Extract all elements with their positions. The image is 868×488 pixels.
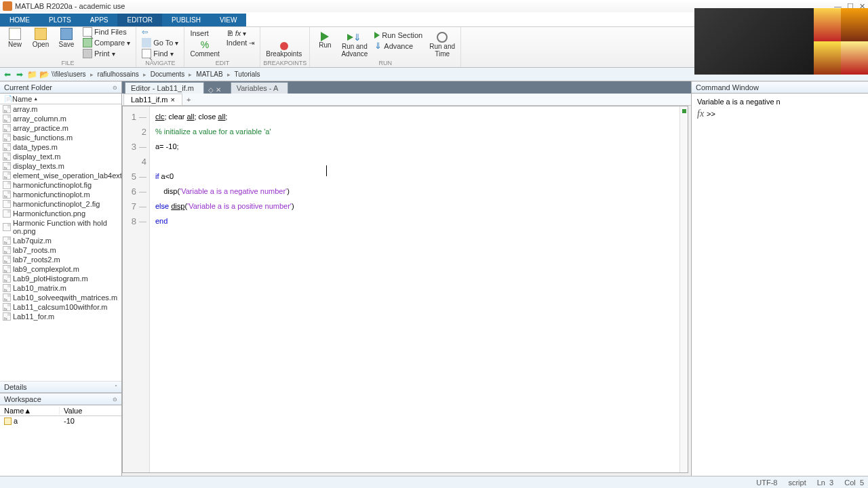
tab-plots[interactable]: PLOTS — [39, 14, 81, 26]
tab-publish[interactable]: PUBLISH — [162, 14, 210, 26]
details-header[interactable]: Details˄ — [0, 381, 121, 393]
run-button[interactable]: Run — [313, 30, 337, 50]
editor-tab[interactable]: Editor - Lab11_if.m — [125, 82, 204, 94]
code-body[interactable]: clc; clear all; close all; % initialize … — [150, 106, 679, 472]
workspace-var-row[interactable]: a -10 — [0, 416, 121, 426]
crumb-root[interactable]: \\files\users — [52, 70, 86, 78]
nav-up-icon[interactable]: 📁 — [27, 70, 37, 79]
file-item[interactable]: lab7_roots2.m — [0, 255, 121, 264]
crumb-4[interactable]: Tutorials — [235, 70, 260, 78]
matlab-logo-icon — [3, 1, 12, 11]
busy-indicator — [4, 480, 9, 485]
current-folder-header[interactable]: Current Folder⊙ — [0, 81, 121, 94]
line-indicator: Ln 3 — [817, 479, 834, 487]
new-tab-button[interactable]: + — [182, 94, 195, 105]
workspace-header[interactable]: Workspace⊙ — [0, 393, 121, 405]
file-name: element_wise_operation_lab4extra.m — [13, 171, 121, 180]
crumb-2[interactable]: Documents — [151, 70, 185, 78]
goto-button[interactable]: Go To ▾ — [139, 37, 181, 48]
chevron-up-icon[interactable]: ˄ — [115, 384, 117, 390]
file-item[interactable]: harmonicfunctinoplot.fig — [0, 180, 121, 190]
file-item[interactable]: lab9_complexplot.m — [0, 264, 121, 274]
name-column-header[interactable]: 📄 Name▲ — [0, 94, 121, 104]
code-minimap[interactable] — [679, 106, 688, 472]
workspace-list[interactable]: a -10 — [0, 416, 121, 476]
file-item[interactable]: Lab10_solveeqwith_matrices.m — [0, 293, 121, 302]
file-list[interactable]: array.marray_column.marray_practice.mbas… — [0, 104, 121, 381]
file-item[interactable]: Lab7quiz.m — [0, 236, 121, 245]
tab-home[interactable]: HOME — [0, 14, 39, 26]
file-item[interactable]: lab7_roots.m — [0, 245, 121, 255]
command-window-header[interactable]: Command Window — [692, 81, 868, 94]
file-item[interactable]: Lab9_plotHistogram.m — [0, 274, 121, 283]
run-advance-button[interactable]: ⇓Run and Advance — [338, 30, 370, 59]
comment-button[interactable]: %Comment — [187, 38, 222, 59]
new-button[interactable]: New — [3, 26, 27, 49]
save-button[interactable]: Save — [54, 26, 79, 49]
file-item[interactable]: Lab11_calcsum100withfor.m — [0, 302, 121, 312]
file-item[interactable]: display_text.m — [0, 152, 121, 161]
file-item[interactable]: basic_functions.m — [0, 133, 121, 142]
tab-view[interactable]: VIEW — [210, 14, 247, 26]
file-icon — [3, 303, 11, 311]
indent-button[interactable]: Indent ⇥ — [224, 38, 258, 47]
file-item[interactable]: array_column.m — [0, 114, 121, 123]
file-item[interactable]: array_practice.m — [0, 123, 121, 133]
tab-editor[interactable]: EDITOR — [117, 14, 162, 26]
file-name: array_practice.m — [13, 124, 68, 132]
file-item[interactable]: harmonicfunctinoplot_2.fig — [0, 199, 121, 209]
status-bar: UTF-8 script Ln 3 Col 5 — [0, 476, 868, 488]
file-item[interactable]: Lab10_matrix.m — [0, 283, 121, 293]
nav-back-button[interactable]: ⇦ — [139, 27, 181, 37]
ws-value-col[interactable]: Value — [60, 407, 121, 415]
workspace-columns: Name▲ Value — [0, 405, 121, 416]
file-tab[interactable]: Lab11_if.m× — [123, 94, 182, 105]
panel-menu-icon[interactable]: ⊙ — [113, 396, 117, 403]
advance-button[interactable]: ⇓Advance — [372, 40, 425, 52]
thumb-2 — [841, 8, 868, 41]
ws-var-value: -10 — [60, 417, 121, 425]
editor-file-tabs: Lab11_if.m× + — [122, 94, 691, 106]
file-item[interactable]: data_types.m — [0, 142, 121, 152]
file-item[interactable]: array.m — [0, 104, 121, 114]
nav-browse-icon[interactable]: 📂 — [39, 70, 49, 79]
nav-fwd-icon[interactable]: ➡ — [15, 70, 24, 79]
file-type: script — [788, 479, 806, 487]
tab-apps[interactable]: APPS — [81, 14, 118, 26]
editor-actions-icon[interactable]: ◇ ✕ — [208, 86, 221, 94]
print-button[interactable]: Print ▾ — [80, 48, 133, 59]
insert-button[interactable]: Insert — [187, 28, 222, 38]
file-item[interactable]: Harmonic Function with hold on.png — [0, 218, 121, 236]
file-item[interactable]: Lab11_for.m — [0, 312, 121, 321]
file-item[interactable]: Harmonicfunction.png — [0, 209, 121, 218]
file-icon — [3, 200, 11, 208]
command-output: Variable a is a negative n — [697, 98, 863, 106]
thumb-4 — [841, 41, 868, 75]
panel-menu-icon[interactable]: ⊙ — [113, 85, 117, 91]
command-window[interactable]: Variable a is a negative n fx>> — [692, 94, 868, 476]
run-section-button[interactable]: Run Section — [372, 30, 425, 40]
close-tab-icon[interactable]: × — [170, 96, 174, 104]
file-name: array.m — [13, 105, 37, 113]
code-ok-icon — [682, 109, 686, 113]
find-button[interactable]: Find ▾ — [139, 48, 181, 59]
file-item[interactable]: element_wise_operation_lab4extra.m — [0, 171, 121, 180]
group-label-breakpoints: BREAKPOINTS — [263, 59, 307, 67]
nav-back-icon[interactable]: ⬅ — [3, 70, 12, 79]
compare-button[interactable]: Compare ▾ — [80, 37, 133, 48]
insert-fx-button[interactable]: 🖹 fx ▾ — [224, 28, 258, 38]
file-item[interactable]: display_texts.m — [0, 161, 121, 171]
find-files-button[interactable]: Find Files — [80, 26, 133, 37]
crumb-1[interactable]: rafiulhossains — [98, 70, 139, 78]
file-item[interactable]: harmonicfunctinoplot.m — [0, 190, 121, 199]
open-button[interactable]: Open — [28, 26, 53, 49]
variables-tab[interactable]: Variables - A — [231, 82, 289, 94]
editor-window-tabs: Editor - Lab11_if.m ◇ ✕ Variables - A — [122, 81, 691, 94]
ws-name-col[interactable]: Name — [4, 407, 24, 415]
code-editor[interactable]: 1— 2 3— 4 5— 6— 7— 8— clc; clear all; cl… — [122, 106, 688, 473]
line-gutter: 1— 2 3— 4 5— 6— 7— 8— — [123, 106, 150, 472]
crumb-3[interactable]: MATLAB — [196, 70, 222, 78]
command-prompt[interactable]: fx>> — [697, 108, 863, 119]
run-time-button[interactable]: Run and Time — [427, 30, 458, 59]
breakpoints-button[interactable]: Breakpoints — [263, 41, 304, 59]
